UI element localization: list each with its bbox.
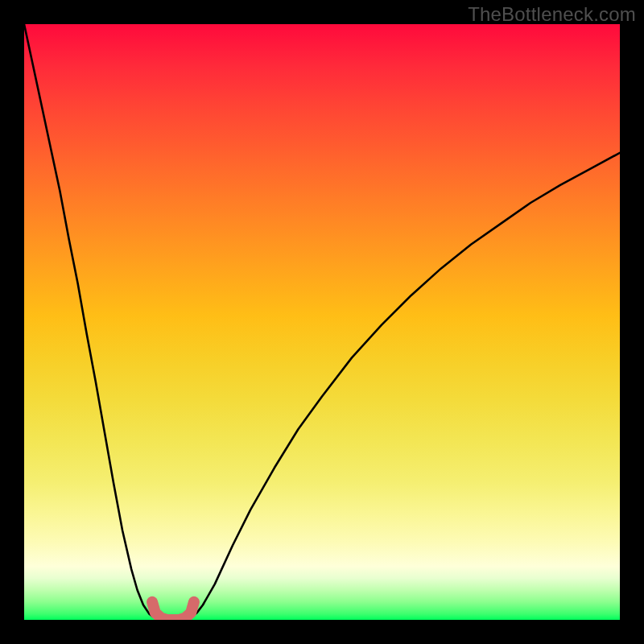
curve-left	[24, 24, 161, 620]
watermark-text: TheBottleneck.com	[468, 3, 636, 26]
marker-band-path	[152, 602, 194, 620]
chart-container: TheBottleneck.com	[0, 0, 644, 644]
chart-svg	[24, 24, 620, 620]
curve-right	[185, 153, 620, 620]
right-branch-path	[185, 153, 620, 620]
plot-area	[24, 24, 620, 620]
left-branch-path	[24, 24, 161, 620]
marker-band	[152, 602, 194, 620]
